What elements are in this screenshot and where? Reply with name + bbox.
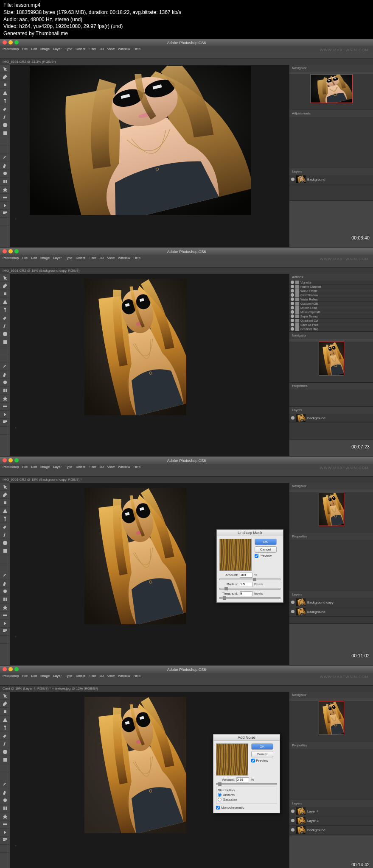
tool-button[interactable] (0, 137, 10, 145)
panel-header[interactable]: Layers (289, 168, 373, 175)
traffic-lights[interactable] (3, 249, 19, 253)
tool-button[interactable] (0, 153, 10, 161)
action-item[interactable]: Vignette (289, 281, 373, 285)
layer-thumbnail[interactable] (296, 817, 306, 824)
menu-item[interactable]: Window (118, 674, 130, 678)
layer-row[interactable]: Background copy (289, 598, 373, 607)
menu-item[interactable]: View (107, 674, 115, 678)
visibility-icon[interactable] (291, 319, 294, 322)
tool-button[interactable] (0, 362, 10, 370)
tool-button[interactable] (0, 748, 10, 756)
panel-header[interactable]: Adjustments (289, 110, 373, 117)
action-item[interactable]: Sepia Toning (289, 314, 373, 319)
tool-button[interactable] (0, 145, 10, 153)
minimize-icon[interactable] (8, 667, 13, 671)
menu-item[interactable]: File (22, 674, 28, 678)
tool-button[interactable] (0, 314, 10, 322)
action-item[interactable]: Gradient Map (289, 327, 373, 331)
menu-item[interactable]: File (22, 465, 28, 469)
navigator-panel[interactable]: Navigator (289, 332, 373, 383)
minimize-icon[interactable] (8, 40, 13, 45)
tool-button[interactable] (0, 395, 10, 403)
dialog-preview[interactable] (219, 539, 252, 571)
menu-item[interactable]: Select (76, 47, 85, 51)
options-bar[interactable] (0, 470, 373, 477)
panel-header[interactable]: Navigator (289, 65, 373, 72)
panel-header[interactable]: Properties (289, 383, 373, 389)
tool-button[interactable] (0, 692, 10, 700)
traffic-lights[interactable] (3, 40, 19, 45)
panel-header[interactable]: Properties (289, 742, 373, 749)
action-item[interactable]: Quadrant Col (289, 319, 373, 323)
tool-button[interactable] (0, 89, 10, 97)
filter-dialog[interactable]: Add Noise OK Cancel Preview Amount:% Dis… (213, 734, 280, 813)
tool-button[interactable] (0, 780, 10, 788)
tool-button[interactable] (0, 290, 10, 298)
action-item[interactable]: Water Reflect (289, 298, 373, 302)
threshold-slider[interactable] (219, 597, 280, 599)
close-icon[interactable] (3, 40, 7, 45)
layer-row[interactable]: Background (289, 826, 373, 835)
action-item[interactable]: Frame Channel (289, 285, 373, 289)
canvas-area[interactable]: ✦ (10, 274, 289, 456)
visibility-icon[interactable] (291, 416, 294, 420)
visibility-icon[interactable] (291, 293, 294, 297)
gaussian-radio[interactable]: Gaussian (218, 798, 275, 801)
visibility-icon[interactable] (291, 310, 294, 314)
action-item[interactable]: Custom RGB (289, 302, 373, 306)
layer-thumbnail[interactable] (296, 826, 306, 834)
tool-button[interactable] (0, 837, 10, 845)
document-tab[interactable]: Card @ 19% (Layer 4, RGB/8) * × texture.… (3, 687, 98, 690)
menu-item[interactable]: 3D (100, 256, 104, 260)
menu-item[interactable]: Photoshop (3, 256, 19, 260)
visibility-icon[interactable] (291, 306, 294, 309)
menu-item[interactable]: Layer (53, 256, 62, 260)
action-item[interactable]: Make Clip Path (289, 310, 373, 314)
tool-button[interactable] (0, 483, 10, 491)
tool-button[interactable] (0, 821, 10, 829)
menu-item[interactable]: Type (65, 47, 72, 51)
tools-panel[interactable] (0, 483, 10, 665)
tool-button[interactable] (0, 338, 10, 346)
tool-button[interactable] (0, 732, 10, 740)
navigator-thumbnail[interactable] (319, 342, 344, 376)
canvas-image[interactable] (30, 66, 251, 215)
layer-thumbnail[interactable] (296, 608, 306, 615)
tool-button[interactable] (0, 378, 10, 387)
adjustments-panel[interactable]: Properties (289, 383, 373, 407)
tool-button[interactable] (0, 427, 10, 435)
zoom-icon[interactable] (14, 249, 19, 253)
preview-checkbox[interactable]: Preview (255, 554, 277, 558)
cancel-button[interactable]: Cancel (255, 546, 277, 553)
tool-button[interactable] (0, 612, 10, 620)
options-bar[interactable] (0, 679, 373, 686)
visibility-icon[interactable] (291, 828, 294, 832)
layers-panel[interactable]: Layers (289, 168, 373, 201)
dialog-preview[interactable] (216, 743, 248, 776)
tools-panel[interactable] (0, 274, 10, 456)
close-icon[interactable] (3, 458, 7, 462)
navigator-panel[interactable]: Navigator (289, 65, 373, 110)
document-tab-bar[interactable]: IMG_6561.CR2 @ 19% (Background copy, RGB… (0, 268, 373, 274)
layer-thumbnail[interactable] (296, 414, 306, 422)
menu-item[interactable]: Select (76, 674, 85, 678)
menu-item[interactable]: Edit (31, 674, 37, 678)
tool-button[interactable] (0, 829, 10, 837)
menu-item[interactable]: Window (118, 47, 130, 51)
layer-row[interactable]: Background (289, 607, 373, 617)
traffic-lights[interactable] (3, 458, 19, 462)
tool-button[interactable] (0, 700, 10, 708)
minimize-icon[interactable] (8, 458, 13, 462)
tool-button[interactable] (0, 387, 10, 395)
actions-panel[interactable]: Actions VignetteFrame ChannelWood FrameC… (289, 274, 373, 332)
tool-button[interactable] (0, 322, 10, 330)
visibility-icon[interactable] (291, 314, 294, 318)
menu-item[interactable]: Layer (53, 465, 62, 469)
panel-header[interactable]: Layers (289, 407, 373, 414)
menu-bar[interactable]: PhotoshopFileEditImageLayerTypeSelectFil… (0, 673, 373, 679)
menu-item[interactable]: Window (118, 256, 130, 260)
menu-item[interactable]: Type (65, 465, 72, 469)
tool-button[interactable] (0, 523, 10, 531)
tool-button[interactable] (0, 579, 10, 587)
document-tab-bar[interactable]: IMG_6561.CR2 @ 19% (Background copy, RGB… (0, 477, 373, 483)
